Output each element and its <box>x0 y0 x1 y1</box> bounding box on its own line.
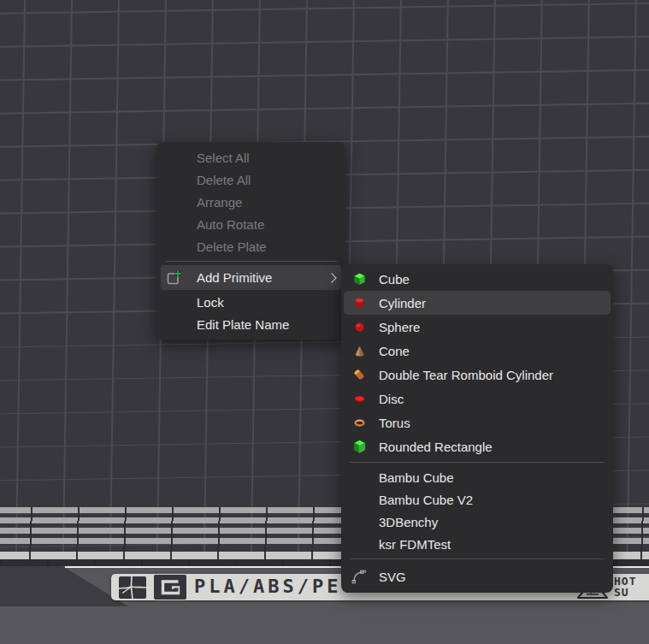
menu-item-label: Add Primitive <box>197 270 272 285</box>
menu-item-delete-plate[interactable]: Delete Plate <box>156 235 345 257</box>
menu-item-disc[interactable]: Disc <box>341 387 613 411</box>
menu-item-label: Auto Rotate <box>197 217 264 232</box>
menu-item-sphere[interactable]: Sphere <box>341 315 613 339</box>
pinwheel-logo-icon <box>119 576 146 599</box>
romboid-cylinder-icon <box>351 367 367 382</box>
menu-item-label: Bambu Cube V2 <box>379 493 473 507</box>
menu-item-rounded-rectangle[interactable]: Rounded Rectangle <box>341 434 613 458</box>
menu-item-label: Arrange <box>197 195 242 210</box>
add-primitive-icon <box>166 269 183 287</box>
menu-item-auto-rotate[interactable]: Auto Rotate <box>156 213 345 235</box>
menu-item-label: Delete All <box>197 173 251 187</box>
menu-item-edit-plate-name[interactable]: Edit Plate Name <box>156 313 345 335</box>
menu-item-label: Edit Plate Name <box>197 317 289 332</box>
menu-item-bambu-cube-v2[interactable]: Bambu Cube V2 <box>341 488 613 511</box>
bezier-curve-icon <box>351 569 367 584</box>
cylinder-icon <box>351 295 367 310</box>
menu-item-cone[interactable]: Cone <box>341 339 613 363</box>
menu-item-label: Delete Plate <box>197 239 267 254</box>
menu-item-label: Select All <box>197 151 250 165</box>
menu-item-double-tear-romboid-cylinder[interactable]: Double Tear Romboid Cylinder <box>341 363 613 387</box>
sphere-icon <box>351 319 367 334</box>
menu-item-label: Cone <box>379 344 410 358</box>
menu-item-label: Cube <box>379 272 410 287</box>
menu-item-label: Torus <box>379 416 410 430</box>
rounded-rectangle-icon <box>351 439 367 454</box>
hot-surface-warning-text: HOT SU <box>614 576 636 598</box>
menu-item-label: Double Tear Romboid Cylinder <box>379 368 553 382</box>
menu-item-svg[interactable]: SVG <box>341 563 613 590</box>
menu-item-label: Sphere <box>379 320 420 334</box>
bambu-logo-icon <box>154 575 186 600</box>
add-primitive-submenu: CubeCylinderSphereConeDouble Tear Romboi… <box>341 264 613 593</box>
menu-item-3dbenchy[interactable]: 3DBenchy <box>341 511 613 533</box>
submenu-arrow-icon <box>327 273 336 282</box>
menu-item-select-all[interactable]: Select All <box>156 146 345 168</box>
menu-item-ksr-fdmtest[interactable]: ksr FDMTest <box>341 533 613 555</box>
menu-item-bambu-cube[interactable]: Bambu Cube <box>341 466 613 488</box>
menu-item-add-primitive[interactable]: Add Primitive <box>161 265 341 290</box>
menu-item-label: Bambu Cube <box>379 470 454 485</box>
torus-icon <box>351 415 367 430</box>
menu-item-label: ksr FDMTest <box>379 537 451 552</box>
menu-item-label: Rounded Rectangle <box>379 440 493 454</box>
menu-item-label: Lock <box>197 295 224 310</box>
menu-item-torus[interactable]: Torus <box>341 411 613 434</box>
disc-icon <box>351 391 367 406</box>
menu-item-label: Cylinder <box>379 296 426 310</box>
menu-item-lock[interactable]: Lock <box>156 291 345 313</box>
menu-separator <box>165 261 337 262</box>
menu-separator <box>350 558 605 559</box>
menu-item-cylinder[interactable]: Cylinder <box>344 291 611 315</box>
plate-context-menu: Select AllDelete AllArrangeAuto RotateDe… <box>156 142 345 340</box>
cube-icon <box>351 271 367 287</box>
menu-item-label: SVG <box>379 570 406 584</box>
menu-item-label: 3DBenchy <box>379 515 438 529</box>
menu-item-label: Disc <box>379 392 404 406</box>
menu-item-arrange[interactable]: Arrange <box>156 191 345 213</box>
menu-item-delete-all[interactable]: Delete All <box>156 168 345 191</box>
cone-icon <box>351 343 367 358</box>
menu-separator <box>350 462 605 463</box>
menu-item-cube[interactable]: Cube <box>341 267 613 291</box>
